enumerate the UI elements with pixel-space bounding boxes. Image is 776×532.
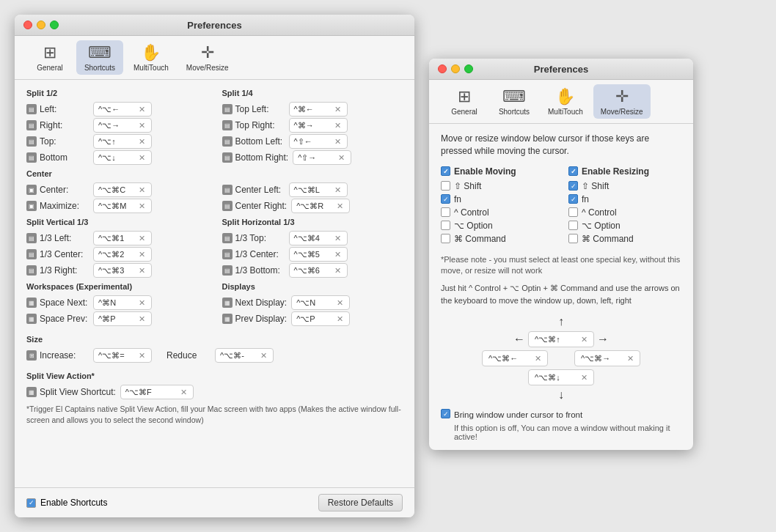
tab-moveresize-1[interactable]: ✛ Move/Resize [179,40,236,75]
bottomleft-clear[interactable]: ✕ [333,138,343,146]
resizing-shift-checkbox[interactable]: ✓ [568,181,578,191]
increase-input[interactable]: ^⌥⌘=✕ [93,348,152,363]
top-clear[interactable]: ✕ [137,138,147,146]
increase-clear[interactable]: ✕ [137,352,147,360]
enable-resizing-checkbox[interactable]: ✓ [568,166,578,176]
moving-ctrl-checkbox[interactable] [441,207,450,217]
restore-defaults-button[interactable]: Restore Defaults [318,494,403,511]
resizing-option-checkbox[interactable] [568,221,578,230]
arrow-down-clear[interactable]: ✕ [581,373,588,383]
resizing-option-row: ⌥ Option [568,221,681,231]
minimize-button-2[interactable] [451,64,460,73]
shortcut-center: ▣Center: ^⌥⌘C✕ [26,182,208,197]
resizing-ctrl-checkbox[interactable] [568,207,578,217]
topleft-clear[interactable]: ✕ [333,106,343,114]
centerright-clear[interactable]: ✕ [335,202,345,210]
bottom-input[interactable]: ^⌥↓✕ [93,150,152,165]
bottomleft-input[interactable]: ^⇧←✕ [289,134,348,149]
third-right-clear[interactable]: ✕ [137,267,147,275]
tab-general-2[interactable]: ⊞ General [441,84,488,119]
prev-display-clear[interactable]: ✕ [335,315,345,323]
description-text: Move or resize window below cursor if th… [441,133,681,158]
left-clear[interactable]: ✕ [137,106,147,114]
third-center-v-clear[interactable]: ✕ [137,251,147,259]
top-icon: ▤ [26,136,37,147]
splitview-input[interactable]: ^⌥⌘F✕ [120,385,194,399]
third-right-input[interactable]: ^⌥⌘3✕ [93,263,152,278]
enable-moving-checkbox[interactable]: ✓ [441,166,450,176]
maximize-input[interactable]: ^⌥⌘M✕ [93,199,152,213]
tab-general-1[interactable]: ⊞ General [26,40,73,75]
right-clear[interactable]: ✕ [137,122,147,130]
third-top-clear[interactable]: ✕ [333,234,343,243]
third-bottom-input[interactable]: ^⌥⌘6✕ [289,263,348,278]
arrow-down-input[interactable]: ^⌥⌘↓ ✕ [528,369,594,385]
minimize-button-1[interactable] [37,21,45,29]
third-bottom-clear[interactable]: ✕ [333,267,343,275]
moving-option-checkbox[interactable] [441,221,450,230]
centerright-input[interactable]: ^⌥⌘R✕ [291,199,350,213]
resizing-fn-checkbox[interactable]: ✓ [568,194,578,204]
third-center-h-clear[interactable]: ✕ [333,251,343,259]
left-input[interactable]: ^⌥←✕ [93,102,152,117]
third-left-clear[interactable]: ✕ [137,234,147,243]
space-prev-icon: ▦ [26,314,37,324]
general-label-1: General [37,64,63,72]
splitview-clear[interactable]: ✕ [179,388,188,396]
third-top-input[interactable]: ^⌥⌘4✕ [289,231,348,245]
workspaces-title: Workspaces (Experimental) [26,282,208,291]
arrow-right-clear[interactable]: ✕ [627,354,634,363]
moving-fn-checkbox[interactable]: ✓ [441,194,450,204]
moving-cmd-checkbox[interactable] [441,234,450,243]
reduce-clear[interactable]: ✕ [259,352,268,360]
shortcut-bottom: ▤Bottom ^⌥↓✕ [26,150,208,165]
resizing-cmd-checkbox[interactable] [568,234,578,243]
tab-multitouch-1[interactable]: ✋ MultiTouch [126,40,176,75]
third-center-h-input[interactable]: ^⌥⌘5✕ [289,247,348,262]
arrow-right-input[interactable]: ^⌥⌘→ ✕ [574,350,640,366]
bottom-clear[interactable]: ✕ [137,154,147,162]
arrow-down-input-row: ^⌥⌘↓ ✕ [528,369,594,385]
space-next-clear[interactable]: ✕ [137,299,147,307]
close-button-2[interactable] [438,64,447,73]
tab-multitouch-2[interactable]: ✋ MultiTouch [541,84,590,119]
centerleft-input[interactable]: ^⌥⌘L✕ [289,182,348,197]
next-display-clear[interactable]: ✕ [335,299,345,307]
arrow-up-clear[interactable]: ✕ [581,335,588,344]
tab-shortcuts-1[interactable]: ⌨ Shortcuts [76,40,123,75]
tab-moveresize-2[interactable]: ✛ Move/Resize [593,84,651,119]
arrow-left-clear[interactable]: ✕ [535,354,541,363]
enable-shortcuts-checkbox[interactable]: ✓ [26,498,36,508]
maximize-icon: ▣ [26,201,37,211]
arrow-left-input[interactable]: ^⌥⌘← ✕ [482,350,548,366]
center-section: Center ▣Center: ^⌥⌘C✕ ▣Maximize: ^⌥⌘M✕ [26,169,208,215]
space-prev-input[interactable]: ^⌘P✕ [93,311,152,326]
centerleft-clear[interactable]: ✕ [333,186,343,194]
bottomright-input[interactable]: ^⇧→✕ [293,150,351,165]
right-input[interactable]: ^⌥→✕ [93,118,152,133]
third-left-input[interactable]: ^⌥⌘1✕ [93,231,152,245]
maximize-button-1[interactable] [50,21,59,29]
reduce-input[interactable]: ^⌥⌘-✕ [215,348,274,363]
moving-shift-checkbox[interactable] [441,181,450,191]
topleft-input[interactable]: ^⌘←✕ [289,102,348,117]
center-clear[interactable]: ✕ [137,186,147,194]
next-display-input[interactable]: ^⌥N✕ [291,295,350,310]
maximize-button-2[interactable] [464,64,473,73]
space-prev-clear[interactable]: ✕ [137,315,147,323]
top-input[interactable]: ^⌥↑✕ [93,134,152,149]
enable-shortcuts-label[interactable]: ✓ Enable Shortcuts [26,498,107,508]
bring-front-checkbox[interactable]: ✓ [441,409,450,418]
maximize-clear[interactable]: ✕ [137,202,147,210]
topright-input[interactable]: ^⌘→✕ [289,118,348,133]
third-center-v-input[interactable]: ^⌥⌘2✕ [93,247,152,262]
arrow-up-input[interactable]: ^⌥⌘↑ ✕ [528,331,594,347]
prev-display-input[interactable]: ^⌥P✕ [291,311,350,326]
bottomright-clear[interactable]: ✕ [337,154,346,162]
close-button-1[interactable] [23,21,32,29]
topright-clear[interactable]: ✕ [333,122,343,130]
enable-row: ✓ Enable Moving ⇧ Shift ✓ fn ^ Control [441,166,681,247]
tab-shortcuts-2[interactable]: ⌨ Shortcuts [491,84,538,119]
space-next-input[interactable]: ^⌘N✕ [93,295,152,310]
center-input[interactable]: ^⌥⌘C✕ [93,182,152,197]
